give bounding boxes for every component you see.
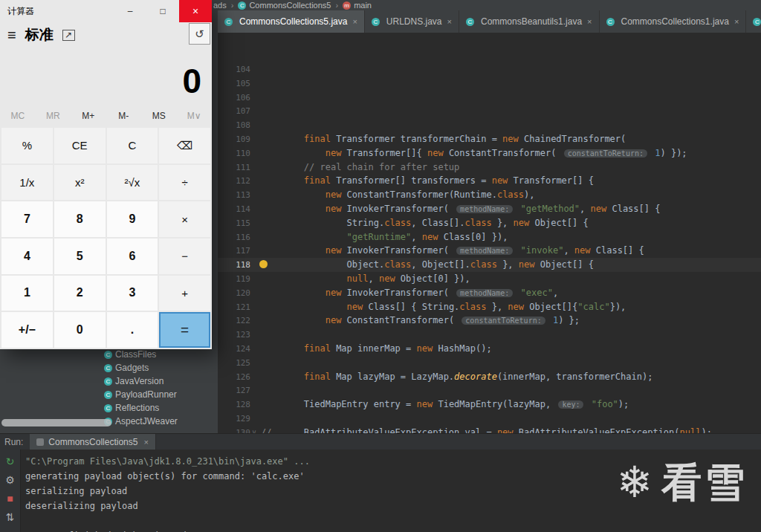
keep-on-top-icon[interactable]: ↗ [62, 30, 75, 41]
code-line: 110 new Transformer[]{ new ConstantTrans… [218, 146, 761, 160]
code-text: new ConstantTransformer( constantToRetur… [261, 315, 580, 325]
calc-key-1[interactable]: 1 [1, 276, 53, 311]
code-line: 111 // real chain for after setup [218, 160, 761, 175]
memory-button-M-[interactable]: M- [106, 106, 142, 126]
tab-close-icon[interactable]: × [734, 17, 739, 26]
memory-button-M+[interactable]: M+ [71, 106, 106, 126]
code-line: 104 [218, 62, 761, 77]
line-number: 124 [218, 343, 261, 357]
tab-CommonsCollections1.java[interactable]: CCommonsCollections1.java× [600, 10, 747, 33]
tab-CommonsCollections5.java[interactable]: CCommonsCollections5.java× [218, 10, 365, 33]
line-number: 109 [218, 133, 261, 147]
calc-key-÷[interactable]: ÷ [159, 165, 210, 201]
console-line: Process finished with exit code 0 [25, 528, 761, 532]
line-number: 117 [218, 244, 261, 259]
watermark: ❄ 看雪 [616, 461, 748, 504]
tab-TiedMapEntr[interactable]: CTiedMapEntr× [746, 10, 761, 33]
hamburger-menu-icon[interactable]: ≡ [7, 27, 16, 44]
calc-key-²√x[interactable]: ²√x [107, 165, 158, 201]
calc-key-+/−[interactable]: +/− [1, 312, 53, 348]
close-button[interactable]: × [179, 0, 212, 22]
calculator-display: 0 [0, 48, 212, 101]
breadcrumb-separator: › [231, 1, 234, 10]
calc-key-×[interactable]: × [159, 201, 210, 237]
tab-close-icon[interactable]: × [447, 17, 452, 26]
line-number: 108 [218, 119, 261, 133]
code-text: new InvokerTransformer( methodName: "exe… [261, 288, 558, 298]
calc-key-x²[interactable]: x² [54, 165, 106, 201]
code-line: 124 final Map innerMap = new HashMap(); [218, 342, 761, 356]
calc-key-1/x[interactable]: 1/x [1, 165, 53, 201]
maximize-button[interactable]: □ [146, 0, 179, 22]
code-line: 107 [218, 104, 761, 118]
calc-key-⌫[interactable]: ⌫ [159, 128, 210, 163]
calc-key-5[interactable]: 5 [54, 239, 106, 274]
calc-key-%[interactable]: % [1, 128, 53, 163]
code-line: 117 new InvokerTransformer( methodName: … [218, 244, 761, 258]
memory-button-MS[interactable]: MS [141, 106, 177, 126]
calc-key-3[interactable]: 3 [107, 276, 158, 311]
run-tab-close-icon[interactable]: × [143, 438, 148, 447]
calc-key-8[interactable]: 8 [54, 201, 106, 237]
breadcrumb-item-ads[interactable]: ads [213, 1, 227, 10]
run-tool-settings-wrench-icon[interactable]: ⚙ [5, 474, 15, 486]
tree-item-Gadgets[interactable]: CGadgets [0, 361, 218, 374]
calc-key-7[interactable]: 7 [1, 201, 53, 237]
calc-key-9[interactable]: 9 [107, 201, 158, 237]
tab-close-icon[interactable]: × [352, 17, 357, 26]
memory-button-MR: MR [36, 106, 71, 126]
minimize-button[interactable]: – [114, 0, 146, 22]
class-icon: C [104, 391, 112, 399]
run-panel-header: Run: CommonsCollections5 × [0, 433, 761, 450]
class-icon: C [104, 364, 112, 372]
calc-key-6[interactable]: 6 [107, 239, 158, 274]
tab-close-icon[interactable]: × [587, 17, 592, 26]
tree-item-ClassFiles[interactable]: CClassFiles [0, 348, 218, 361]
class-icon: C [224, 18, 233, 26]
breadcrumb-item-CommonsCollections5[interactable]: CCommonsCollections5 [238, 1, 331, 10]
console-line [25, 513, 761, 528]
line-number: 125 [218, 357, 261, 371]
breadcrumb-item-main[interactable]: mmain [343, 1, 372, 10]
calc-key-0[interactable]: 0 [54, 312, 106, 348]
method-icon: m [343, 1, 351, 10]
fold-icon[interactable]: ∨ [252, 426, 256, 433]
calc-key-=[interactable]: = [159, 312, 210, 348]
code-text: Object.class, Object[].class }, new Obje… [261, 259, 594, 270]
tab-CommonsBeanutils1.java[interactable]: CCommonsBeanutils1.java× [459, 10, 600, 33]
calc-key-.[interactable]: . [107, 312, 158, 348]
calculator-mode-label[interactable]: 标准 [25, 25, 54, 45]
calc-key-+[interactable]: + [159, 276, 210, 311]
run-tool-stop-icon[interactable]: ■ [7, 493, 13, 505]
run-tool-sort-icon[interactable]: ⇅ [6, 511, 15, 523]
code-line: 126 final Map lazyMap = LazyMap.decorate… [218, 370, 761, 384]
breadcrumb-label: CommonsCollections5 [249, 1, 331, 10]
breadcrumb-separator: › [335, 1, 338, 10]
tab-URLDNS.java[interactable]: CURLDNS.java× [365, 10, 459, 33]
tree-item-Reflections[interactable]: CReflections [0, 401, 218, 415]
tree-item-PayloadRunner[interactable]: CPayloadRunner [0, 388, 218, 401]
calc-key-C[interactable]: C [107, 128, 158, 163]
code-text: TiedMapEntry entry = new TiedMapEntry(la… [261, 399, 629, 409]
code-line: 106 [218, 91, 761, 105]
watermark-text: 看雪 [661, 461, 748, 504]
line-number: 104 [218, 63, 261, 77]
code-editor[interactable]: 104105106107108109 final Transformer tra… [218, 33, 761, 433]
history-icon[interactable]: ↺ [189, 23, 210, 45]
calc-key-4[interactable]: 4 [1, 239, 53, 274]
code-text: new ConstantTransformer(Runtime.class), [261, 189, 534, 200]
code-line: 108 [218, 118, 761, 132]
breadcrumb-label: ads [213, 1, 227, 10]
line-number: 127 [218, 384, 261, 398]
tree-item-JavaVersion[interactable]: CJavaVersion [0, 374, 218, 388]
code-line: 125 [218, 356, 761, 370]
calc-key-CE[interactable]: CE [54, 128, 106, 163]
code-text: new Transformer[]{ new ConstantTransform… [261, 148, 687, 158]
calc-key-−[interactable]: − [159, 239, 210, 274]
project-panel-hscrollbar[interactable] [1, 419, 111, 426]
line-number: 112 [218, 175, 261, 189]
run-tab[interactable]: CommonsCollections5 × [30, 434, 155, 450]
run-tool-rerun-icon[interactable]: ↻ [6, 455, 15, 467]
calculator-titlebar: 计算器 – □ × [0, 0, 212, 22]
calc-key-2[interactable]: 2 [54, 276, 106, 311]
